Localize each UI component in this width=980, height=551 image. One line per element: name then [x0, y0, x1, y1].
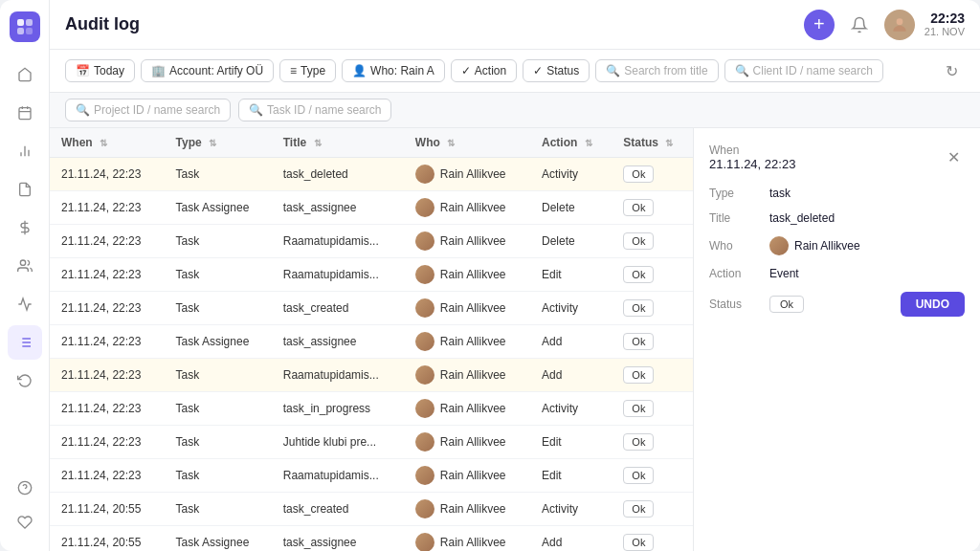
detail-who-label: Who — [709, 239, 762, 253]
main-content: Audit log + 22:23 21. NOV 📅 Today 🏢 Acco… — [50, 0, 980, 551]
add-button[interactable]: + — [804, 10, 835, 40]
detail-who-row: Who Rain Allikvee — [709, 236, 965, 255]
cell-status: Ok — [612, 526, 693, 552]
cell-action: Add — [530, 359, 612, 392]
who-avatar — [415, 265, 434, 284]
col-who[interactable]: Who ⇅ — [404, 128, 530, 158]
person-icon: 👤 — [352, 64, 367, 77]
detail-who-cell: Rain Allikvee — [769, 236, 860, 255]
status-badge: Ok — [623, 400, 654, 417]
col-type[interactable]: Type ⇅ — [165, 128, 272, 158]
refresh-button[interactable]: ↻ — [938, 57, 965, 84]
current-time: 22:23 — [924, 11, 965, 27]
who-name: Rain Allikvee — [440, 502, 506, 516]
filter-account[interactable]: 🏢 Account: Artify OÜ — [141, 59, 274, 82]
filter-action[interactable]: ✓ Action — [451, 59, 517, 82]
who-name: Rain Allikvee — [440, 301, 506, 315]
cell-when: 21.11.24, 22:23 — [50, 359, 165, 392]
app-logo — [10, 11, 40, 42]
search-title-field[interactable]: 🔍 Search from title — [595, 59, 718, 82]
sidebar-item-home[interactable] — [8, 57, 42, 92]
detail-action-value: Event — [769, 267, 799, 280]
who-name: Rain Allikvee — [440, 435, 506, 449]
cell-status: Ok — [612, 258, 693, 292]
status-badge: Ok — [623, 366, 654, 384]
cell-type: Task — [165, 392, 272, 426]
who-name: Rain Allikvee — [440, 469, 506, 482]
status-icon: ✓ — [533, 64, 543, 77]
undo-button[interactable]: UNDO — [901, 292, 965, 317]
cell-when: 21.11.24, 22:23 — [50, 426, 165, 459]
cell-when: 21.11.24, 22:23 — [50, 459, 165, 493]
cell-type: Task — [165, 292, 272, 325]
cell-title: task_assignee — [272, 325, 404, 359]
table-row[interactable]: 21.11.24, 22:23Tasktask_deletedRain Alli… — [50, 158, 693, 191]
sidebar-item-finance[interactable] — [8, 210, 42, 245]
search-icon: 🔍 — [606, 64, 620, 77]
svg-rect-0 — [17, 19, 24, 26]
col-status[interactable]: Status ⇅ — [612, 128, 693, 158]
who-avatar — [415, 332, 434, 351]
table-row[interactable]: 21.11.24, 22:23TaskRaamatupidamis...Rain… — [50, 258, 693, 292]
cell-action: Activity — [530, 493, 612, 526]
cell-action: Edit — [530, 258, 612, 292]
table-row[interactable]: 21.11.24, 22:23TaskRaamatupidamis...Rain… — [50, 359, 693, 392]
cell-when: 21.11.24, 22:23 — [50, 392, 165, 426]
who-avatar — [415, 499, 434, 518]
header-actions: + 22:23 21. NOV — [804, 10, 965, 40]
filter-bar-2: 🔍 Project ID / name search 🔍 Task ID / n… — [50, 93, 980, 128]
table-row[interactable]: 21.11.24, 22:23Tasktask_createdRain Alli… — [50, 292, 693, 325]
col-when[interactable]: When ⇅ — [50, 128, 165, 158]
filter-status[interactable]: ✓ Status — [523, 59, 590, 82]
sidebar-item-refresh[interactable] — [8, 364, 42, 398]
status-badge: Ok — [623, 266, 654, 283]
table-row[interactable]: 21.11.24, 22:23Task Assigneetask_assigne… — [50, 325, 693, 359]
col-action[interactable]: Action ⇅ — [530, 128, 612, 158]
detail-title-value: task_deleted — [769, 211, 835, 225]
cell-type: Task — [165, 359, 272, 392]
cell-title: Raamatupidamis... — [272, 225, 404, 258]
cell-when: 21.11.24, 22:23 — [50, 292, 165, 325]
cell-title: task_assignee — [272, 526, 404, 552]
sidebar — [0, 0, 50, 551]
sidebar-item-heartrate[interactable] — [8, 287, 42, 321]
status-badge: Ok — [623, 333, 654, 350]
notification-icon[interactable] — [844, 10, 875, 40]
type-icon: ≡ — [290, 64, 297, 77]
sidebar-item-help[interactable] — [8, 471, 42, 505]
sidebar-item-users[interactable] — [8, 249, 42, 283]
sidebar-item-favorites[interactable] — [8, 505, 42, 540]
filter-who[interactable]: 👤 Who: Rain A — [342, 59, 445, 82]
search-task-field[interactable]: 🔍 Task ID / name search — [238, 99, 391, 121]
table-row[interactable]: 21.11.24, 20:55Tasktask_createdRain Alli… — [50, 493, 693, 526]
filter-type[interactable]: ≡ Type — [279, 59, 336, 82]
detail-when-value: 21.11.24, 22:23 — [709, 157, 795, 171]
cell-who: Rain Allikvee — [404, 292, 530, 325]
table-row[interactable]: 21.11.24, 22:23TaskJuhtide klubi pre...R… — [50, 426, 693, 459]
cell-who: Rain Allikvee — [404, 158, 530, 191]
who-avatar — [415, 231, 434, 251]
sidebar-item-auditlog[interactable] — [8, 325, 42, 360]
user-avatar[interactable] — [884, 10, 915, 40]
sidebar-item-document[interactable] — [8, 172, 42, 207]
svg-rect-1 — [26, 19, 33, 26]
cell-who: Rain Allikvee — [404, 359, 530, 392]
table-row[interactable]: 21.11.24, 22:23Tasktask_in_progressRain … — [50, 392, 693, 426]
sidebar-item-chart[interactable] — [8, 134, 42, 168]
cell-status: Ok — [612, 158, 693, 191]
col-title[interactable]: Title ⇅ — [272, 128, 404, 158]
cell-type: Task — [165, 225, 272, 258]
table-row[interactable]: 21.11.24, 22:23TaskRaamatupidamis...Rain… — [50, 459, 693, 493]
table-row[interactable]: 21.11.24, 22:23Task Assigneetask_assigne… — [50, 191, 693, 225]
sidebar-item-calendar[interactable] — [8, 96, 42, 130]
table-row[interactable]: 21.11.24, 20:55Task Assigneetask_assigne… — [50, 526, 693, 552]
cell-who: Rain Allikvee — [404, 526, 530, 552]
who-avatar — [415, 432, 434, 452]
search-project-field[interactable]: 🔍 Project ID / name search — [65, 99, 231, 121]
detail-close-button[interactable]: ✕ — [942, 146, 965, 169]
cell-action: Add — [530, 325, 612, 359]
filter-today[interactable]: 📅 Today — [65, 59, 135, 82]
detail-header: When 21.11.24, 22:23 ✕ — [709, 143, 965, 171]
table-row[interactable]: 21.11.24, 22:23TaskRaamatupidamis...Rain… — [50, 225, 693, 258]
search-client-field[interactable]: 🔍 Client ID / name search — [724, 59, 883, 82]
